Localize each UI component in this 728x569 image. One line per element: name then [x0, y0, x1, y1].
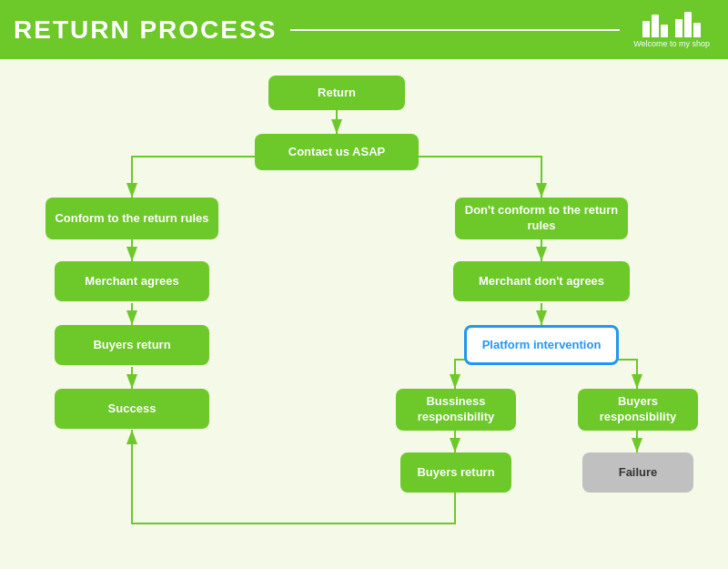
merchant-dont-box: Merchant don't agrees — [453, 261, 630, 301]
dont-conform-box: Don't conform to the return rules — [455, 198, 628, 239]
buyers-return-left-box: Buyers return — [55, 325, 209, 365]
success-box: Success — [55, 389, 209, 429]
logo-text: Welcome to my shop — [633, 39, 710, 48]
failure-box: Failure — [582, 452, 693, 493]
conform-box: Conform to the return rules — [46, 198, 218, 239]
contact-us-box: Contact us ASAP — [255, 134, 419, 170]
header: RETURN PROCESS Welcome to my shop — [0, 0, 728, 59]
bussiness-resp-box: Bussiness responsibility — [396, 389, 516, 431]
header-title: RETURN PROCESS — [14, 15, 277, 45]
buyers-resp-box: Buyers responsibility — [578, 389, 698, 431]
buyers-return-right-box: Buyers return — [400, 452, 511, 493]
platform-box: Platform intervention — [464, 325, 619, 365]
return-box: Return — [268, 76, 405, 110]
header-logo: Welcome to my shop — [633, 12, 710, 48]
merchant-agrees-box: Merchant agrees — [55, 261, 209, 301]
